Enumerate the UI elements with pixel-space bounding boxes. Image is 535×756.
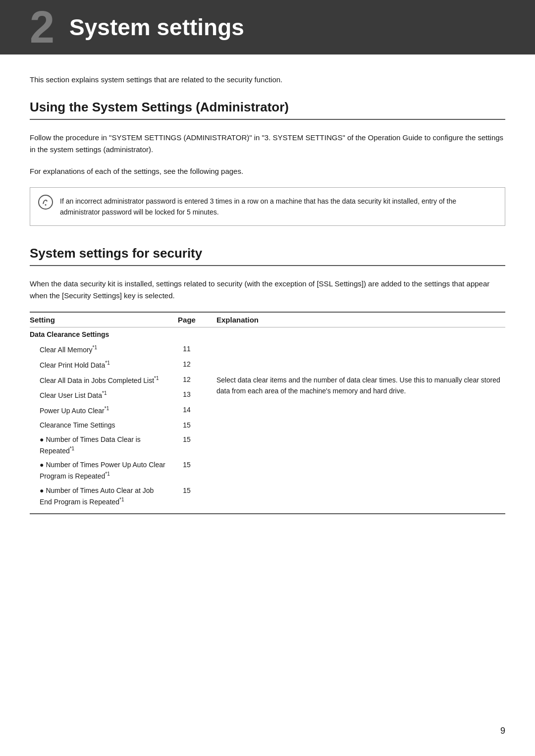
intro-text: This section explains system settings th… [30, 74, 505, 86]
table-cell-setting: Clear All Data in Jobs Completed List*1 [30, 373, 172, 388]
table-cell-setting: Clear All Memory*1 [30, 342, 172, 357]
page-content: This section explains system settings th… [0, 74, 535, 514]
page-number: 9 [500, 726, 505, 736]
table-cell-setting: ●Number of Times Auto Clear at Job End P… [30, 484, 172, 509]
table-cell-setting: Clear User List Data*1 [30, 387, 172, 403]
table-cell-page: 12 [172, 373, 207, 388]
section1-para1: Follow the procedure in "SYSTEM SETTINGS… [30, 132, 505, 156]
table-cell-page: 12 [172, 357, 207, 373]
table-row: Clear All Memory*111 [30, 342, 505, 357]
col-header-setting: Setting [30, 312, 172, 327]
table-cell-page: 11 [172, 342, 207, 357]
table-cell-setting: ●Number of Times Power Up Auto Clear Pro… [30, 458, 172, 484]
header-banner: 2 System settings [0, 0, 535, 54]
table-cell-explanation: Select data clear items and the number o… [207, 373, 505, 509]
table-cell-setting: Clearance Time Settings [30, 418, 172, 432]
table-cell-page: 15 [172, 418, 207, 432]
table-cell-page: 13 [172, 387, 207, 403]
table-cell-setting: Clear Print Hold Data*1 [30, 357, 172, 373]
section2-heading: System settings for security [30, 246, 505, 266]
table-cell-setting: Power Up Auto Clear*1 [30, 403, 172, 418]
section1-para2: For explanations of each of the settings… [30, 165, 505, 177]
table-cell-page: 15 [172, 458, 207, 484]
table-cell-page [172, 327, 207, 342]
table-cell-page: 15 [172, 432, 207, 458]
table-cell-explanation-empty [207, 357, 505, 373]
table-cell-setting: Data Clearance Settings [30, 327, 172, 342]
table-row: Data Clearance Settings [30, 327, 505, 342]
note-text: If an incorrect administrator password i… [60, 196, 495, 218]
table-cell-explanation-empty [207, 342, 505, 357]
table-cell-page: 15 [172, 484, 207, 509]
chapter-number: 2 [30, 5, 54, 50]
table-row: Clear Print Hold Data*112 [30, 357, 505, 373]
table-footer-line [30, 509, 505, 514]
col-header-explanation: Explanation [207, 312, 505, 327]
note-box: If an incorrect administrator password i… [30, 187, 505, 226]
table-cell-setting: ●Number of Times Data Clear is Repeated*… [30, 432, 172, 458]
table-cell-page: 14 [172, 403, 207, 418]
svg-point-0 [45, 204, 47, 206]
section1-heading: Using the System Settings (Administrator… [30, 100, 505, 120]
col-header-page: Page [172, 312, 207, 327]
settings-table: Setting Page Explanation Data Clearance … [30, 312, 505, 514]
note-icon [38, 195, 53, 210]
section2-intro: When the data security kit is installed,… [30, 278, 505, 302]
table-row: Clear All Data in Jobs Completed List*11… [30, 373, 505, 388]
chapter-title: System settings [69, 14, 244, 41]
